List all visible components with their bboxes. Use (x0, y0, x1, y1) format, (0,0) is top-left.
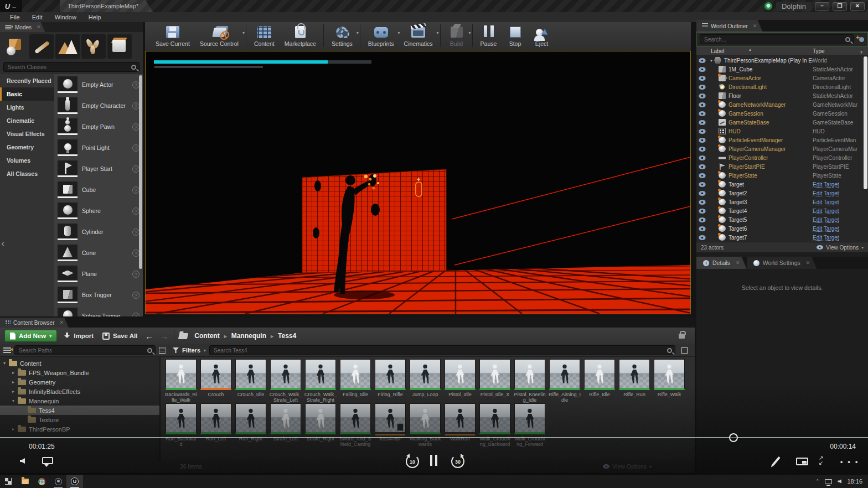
outliner-row[interactable]: ▾ ThirdPersonExampleMap (Play In Ed Worl… (696, 56, 868, 65)
close-button[interactable]: ✕ (850, 2, 865, 11)
tree-expand-arrow-icon[interactable]: ▸ (12, 370, 18, 375)
outliner-row[interactable]: Target Edit Target (696, 180, 868, 189)
speaker-icon[interactable] (838, 479, 841, 484)
details-tab[interactable]: Details ✕ (696, 257, 747, 269)
actor-type[interactable]: HUD (813, 128, 868, 134)
dolphin-app-icon[interactable] (764, 2, 773, 11)
geometry-mode-button[interactable] (107, 34, 132, 59)
visibility-eye-icon[interactable] (699, 235, 706, 240)
actor-type[interactable]: PlayerState (813, 173, 868, 179)
placement-scrollbar[interactable] (139, 75, 142, 269)
file-explorer-button[interactable] (17, 475, 33, 488)
toolbar-button[interactable]: Settings (323, 24, 358, 47)
placement-item[interactable]: Empty Character (54, 95, 143, 116)
outliner-scrollbar[interactable] (864, 56, 867, 189)
actor-type[interactable]: Edit Target (813, 208, 868, 214)
more-options-icon[interactable]: • • • (840, 458, 859, 466)
expand-arrow-icon[interactable]: ▾ (709, 58, 714, 63)
filters-button[interactable]: Filters (182, 347, 200, 354)
outliner-row[interactable]: PlayerStartPIE PlayerStartPIE (696, 162, 868, 171)
actor-type[interactable]: GameSession (813, 111, 868, 117)
exit-fullscreen-icon[interactable]: ↗↙ (819, 455, 830, 466)
chevron-down-icon[interactable]: ▾ (860, 50, 862, 55)
close-icon[interactable]: ✕ (736, 260, 740, 266)
actor-type[interactable]: PlayerCameraMar (813, 146, 868, 152)
dolphin-app-label[interactable]: Dolphin (776, 2, 812, 11)
folder-tree-row[interactable]: ▸ FPS_Weapon_Bundle (0, 368, 159, 377)
close-icon[interactable]: ✕ (753, 23, 757, 29)
placement-item[interactable]: Sphere (54, 200, 143, 221)
minimize-button[interactable]: – (815, 2, 829, 11)
menu-item[interactable]: Window (49, 14, 82, 20)
outliner-row[interactable]: Target2 Edit Target (696, 189, 868, 198)
toolbar-button[interactable]: Marketplace (280, 24, 321, 47)
toolbar-button[interactable]: Stop (502, 24, 529, 47)
visibility-eye-icon[interactable] (699, 120, 706, 125)
save-search-icon[interactable] (681, 347, 688, 354)
start-button[interactable] (0, 475, 17, 488)
actor-type[interactable]: DirectionalLight (813, 84, 868, 90)
toolbar-button[interactable]: Eject (529, 24, 555, 47)
toolbar-button[interactable]: Build (440, 24, 470, 47)
breadcrumb-item[interactable]: Mannequin (229, 332, 276, 340)
outliner-row[interactable]: Target4 Edit Target (696, 206, 868, 215)
list-view-icon[interactable] (159, 347, 166, 354)
outliner-row[interactable]: Target3 Edit Target (696, 198, 868, 206)
actor-type[interactable]: Edit Target (813, 217, 868, 223)
actor-type[interactable]: PlayerController (813, 155, 868, 161)
import-button[interactable]: Import (61, 333, 96, 339)
search-assets-input[interactable] (213, 347, 667, 354)
subtitles-icon[interactable] (42, 457, 53, 464)
visibility-eye-icon[interactable] (699, 67, 706, 72)
actor-type[interactable]: Edit Target (813, 181, 868, 188)
unreal-engine-button[interactable]: U (66, 475, 83, 488)
outliner-row[interactable]: Target6 Edit Target (696, 224, 868, 233)
actor-type[interactable]: GameNetworkMar (813, 102, 868, 108)
toolbar-button[interactable]: Source Control (195, 24, 244, 47)
menu-item[interactable]: Edit (27, 14, 48, 20)
landscape-mode-button[interactable] (55, 34, 80, 59)
placement-item[interactable]: Empty Pawn (54, 116, 143, 137)
outliner-row[interactable]: Target5 Edit Target (696, 215, 868, 224)
visibility-eye-icon[interactable] (699, 94, 706, 98)
toolbar-button[interactable]: Pause (472, 24, 502, 47)
visibility-eye-icon[interactable] (699, 217, 706, 222)
visibility-eye-icon[interactable] (699, 155, 706, 160)
actor-type[interactable]: StaticMeshActor (813, 66, 868, 72)
network-icon[interactable] (825, 479, 832, 484)
breadcrumb-item[interactable]: Tess4 (276, 332, 298, 340)
world-settings-tab[interactable]: World Settings ✕ (747, 257, 817, 269)
outliner-view-options-button[interactable]: View Options ▾ (817, 245, 864, 251)
outliner-row[interactable]: PlayerState PlayerState (696, 171, 868, 180)
visibility-eye-icon[interactable] (699, 182, 706, 187)
visibility-eye-icon[interactable] (699, 209, 706, 214)
placement-category[interactable]: Visual Effects (0, 127, 54, 141)
visibility-eye-icon[interactable] (699, 173, 706, 178)
visibility-eye-icon[interactable] (699, 138, 706, 143)
actor-type[interactable]: Edit Target (813, 199, 868, 205)
maximize-button[interactable]: ❐ (833, 2, 847, 11)
placement-category[interactable]: Basic (0, 87, 54, 101)
placement-category[interactable]: Volumes (0, 154, 54, 167)
tree-expand-arrow-icon[interactable]: ▾ (3, 361, 9, 366)
type-column-header[interactable]: Type▾ (813, 48, 868, 54)
placement-item[interactable]: Point Light (54, 137, 143, 158)
collapse-panel-chevron-icon[interactable]: ‹ (1, 237, 5, 250)
save-all-button[interactable]: Save All (100, 333, 140, 340)
close-icon[interactable]: ✕ (59, 320, 64, 325)
outliner-row[interactable]: CameraActor CameraActor (696, 74, 868, 82)
skip-forward-button[interactable]: 30 (451, 455, 464, 468)
placement-item[interactable]: Box Trigger (54, 284, 143, 305)
pause-button[interactable] (430, 455, 437, 466)
placement-category[interactable]: Cinematic (0, 114, 54, 127)
outliner-row[interactable]: GameSession GameSession (696, 109, 868, 118)
outliner-row[interactable]: HUD HUD (696, 127, 868, 136)
add-actor-icon[interactable] (856, 35, 865, 43)
outliner-row[interactable]: GameStateBase GameStateBase (696, 118, 868, 127)
volume-icon[interactable] (20, 458, 25, 464)
visibility-eye-icon[interactable] (699, 76, 706, 81)
menu-item[interactable]: File (4, 14, 25, 20)
label-column-header[interactable]: Label▴ (696, 48, 813, 54)
visibility-eye-icon[interactable] (699, 111, 706, 116)
help-icon[interactable] (132, 313, 140, 317)
